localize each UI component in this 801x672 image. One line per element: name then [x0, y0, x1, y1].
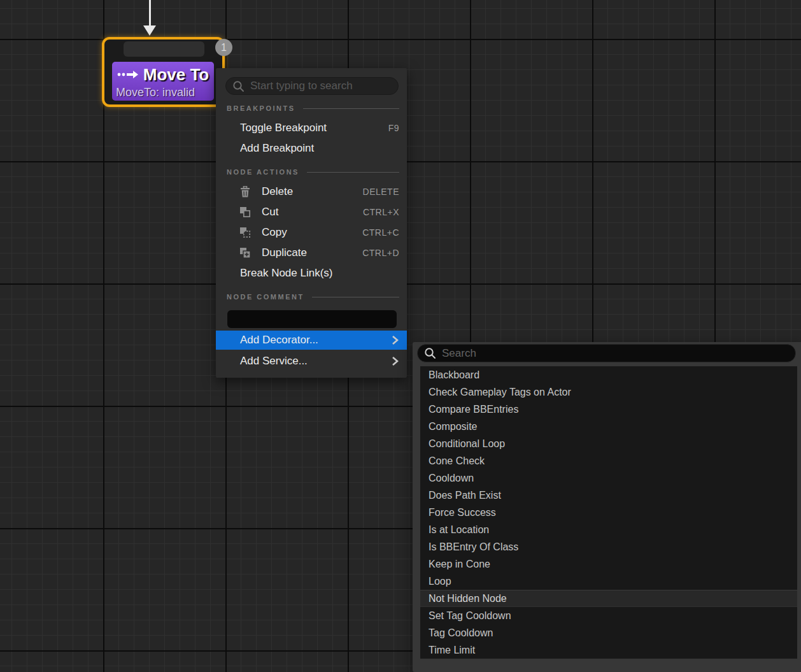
behavior-tree-node-move-to[interactable]: 1 Move To MoveTo: invalid — [102, 37, 225, 107]
decorator-item-force-success[interactable]: Force Success — [420, 504, 797, 521]
move-to-icon — [117, 70, 139, 79]
decorator-item-does-path-exist[interactable]: Does Path Exist — [420, 487, 797, 504]
node-input-wire — [149, 0, 151, 27]
duplicate-icon — [240, 247, 253, 259]
decorator-item-time-limit[interactable]: Time Limit — [420, 641, 797, 659]
copy-icon — [240, 227, 253, 238]
submenu-search[interactable] — [417, 344, 796, 362]
menu-item-delete[interactable]: Delete DELETE — [216, 182, 407, 202]
cut-icon — [240, 206, 253, 218]
node-subtitle: MoveTo: invalid — [116, 86, 210, 99]
section-divider — [312, 297, 399, 297]
decorator-item-keep-in-cone[interactable]: Keep in Cone — [420, 555, 797, 573]
node-name-strip[interactable] — [124, 41, 204, 57]
node-title: Move To — [143, 65, 209, 85]
node-comment-input[interactable] — [227, 310, 397, 328]
submenu-search-input[interactable] — [442, 347, 789, 360]
context-menu: BREAKPOINTS Toggle Breakpoint F9Add Brea… — [216, 68, 407, 378]
decorator-item-not-hidden-node[interactable]: Not Hidden Node — [420, 590, 797, 607]
decorator-item-cooldown[interactable]: Cooldown — [420, 469, 797, 487]
menu-search[interactable] — [225, 77, 399, 95]
menu-item-shortcut: F9 — [388, 123, 399, 133]
section-label: NODE COMMENT — [216, 293, 304, 301]
section-header-node-actions: NODE ACTIONS — [216, 166, 407, 178]
menu-item-shortcut: DELETE — [363, 187, 399, 197]
section-header-breakpoints: BREAKPOINTS — [216, 103, 407, 114]
decorator-item-conditional-loop[interactable]: Conditional Loop — [420, 435, 797, 452]
node-body[interactable]: Move To MoveTo: invalid — [112, 62, 214, 101]
section-divider — [303, 108, 399, 109]
menu-item-label: Add Service... — [240, 355, 392, 368]
search-icon — [232, 80, 245, 92]
decorator-list: BlackboardCheck Gameplay Tags on ActorCo… — [420, 366, 797, 659]
menu-item-break-node-link-s[interactable]: Break Node Link(s) — [216, 263, 407, 283]
wire-arrowhead-icon — [143, 25, 156, 36]
menu-item-toggle-breakpoint[interactable]: Toggle Breakpoint F9 — [216, 118, 407, 138]
menu-item-label: Delete — [262, 185, 363, 198]
node-order-badge: 1 — [215, 39, 232, 56]
decorator-item-is-bbentry-of-class[interactable]: Is BBEntry Of Class — [420, 538, 797, 555]
section-divider — [307, 172, 399, 173]
section-label: NODE ACTIONS — [216, 168, 299, 176]
menu-item-add-decorator[interactable]: Add Decorator... — [216, 331, 407, 350]
decorator-item-is-at-location[interactable]: Is at Location — [420, 521, 797, 538]
menu-item-label: Add Breakpoint — [240, 142, 399, 155]
decorator-item-check-gameplay-tags-on-actor[interactable]: Check Gameplay Tags on Actor — [420, 383, 797, 401]
chevron-right-icon — [392, 335, 399, 345]
section-header-node-comment: NODE COMMENT — [216, 291, 407, 303]
menu-item-shortcut: CTRL+C — [362, 227, 399, 238]
menu-search-input[interactable] — [250, 80, 392, 92]
menu-item-label: Duplicate — [262, 247, 362, 259]
menu-item-label: Break Node Link(s) — [240, 267, 399, 280]
menu-item-label: Add Decorator... — [240, 334, 392, 347]
decorator-item-blackboard[interactable]: Blackboard — [420, 366, 797, 383]
chevron-right-icon — [392, 356, 399, 366]
menu-item-label: Copy — [262, 226, 362, 239]
menu-item-shortcut: CTRL+D — [362, 248, 399, 258]
decorator-item-compare-bbentries[interactable]: Compare BBEntries — [420, 401, 797, 418]
decorator-item-tag-cooldown[interactable]: Tag Cooldown — [420, 624, 797, 641]
menu-item-cut[interactable]: Cut CTRL+X — [216, 202, 407, 222]
menu-item-duplicate[interactable]: Duplicate CTRL+D — [216, 243, 407, 263]
trash-icon — [240, 186, 253, 197]
section-label: BREAKPOINTS — [216, 104, 295, 112]
menu-item-shortcut: CTRL+X — [363, 207, 399, 217]
menu-item-label: Toggle Breakpoint — [240, 122, 388, 134]
decorator-item-cone-check[interactable]: Cone Check — [420, 452, 797, 469]
menu-item-label: Cut — [262, 206, 363, 218]
add-decorator-submenu: BlackboardCheck Gameplay Tags on ActorCo… — [413, 342, 801, 672]
decorator-item-loop[interactable]: Loop — [420, 573, 797, 590]
menu-item-copy[interactable]: Copy CTRL+C — [216, 222, 407, 243]
menu-item-add-service[interactable]: Add Service... — [216, 352, 407, 371]
decorator-item-composite[interactable]: Composite — [420, 418, 797, 435]
menu-item-add-breakpoint[interactable]: Add Breakpoint — [216, 138, 407, 159]
search-icon — [424, 347, 436, 359]
decorator-item-set-tag-cooldown[interactable]: Set Tag Cooldown — [420, 607, 797, 624]
